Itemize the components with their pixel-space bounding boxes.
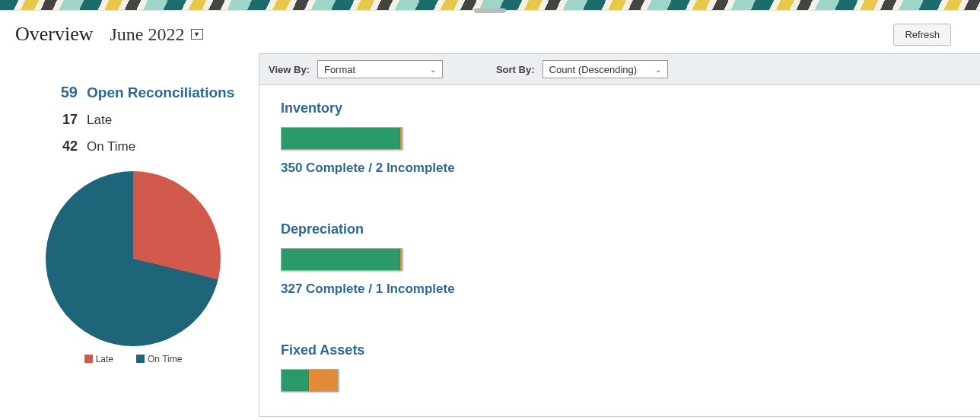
page-header: Overview June 2022 ▼ Refresh bbox=[0, 11, 980, 53]
metric-open-reconciliations[interactable]: 59 Open Reconciliations bbox=[53, 84, 251, 101]
view-by-label: View By: bbox=[269, 64, 310, 75]
metric-count: 17 bbox=[53, 112, 78, 128]
progress-bar-fill bbox=[282, 128, 400, 149]
category-summary: 350 Complete / 2 Incomplete bbox=[281, 161, 959, 176]
category-item[interactable]: Fixed Assets bbox=[281, 342, 959, 392]
category-title: Fixed Assets bbox=[281, 342, 959, 358]
progress-bar bbox=[281, 127, 402, 150]
view-by-select[interactable]: Format ⌄ bbox=[317, 60, 443, 78]
decorative-ribbon bbox=[0, 0, 980, 11]
period-selector[interactable]: June 2022 ▼ bbox=[110, 24, 203, 45]
select-value: Format bbox=[324, 64, 355, 75]
metric-on-time[interactable]: 42 On Time bbox=[53, 138, 251, 154]
progress-bar bbox=[281, 248, 402, 271]
sort-by-label: Sort By: bbox=[496, 64, 535, 75]
category-summary: 327 Complete / 1 Incomplete bbox=[281, 282, 959, 297]
summary-panel: 59 Open Reconciliations 17 Late 42 On Ti… bbox=[0, 53, 259, 417]
period-label: June 2022 bbox=[110, 24, 185, 45]
chevron-down-icon: ▼ bbox=[191, 29, 203, 40]
status-pie-chart bbox=[46, 171, 221, 346]
chevron-down-icon: ⌄ bbox=[430, 65, 436, 74]
metric-count: 59 bbox=[53, 84, 78, 101]
metric-label: On Time bbox=[87, 139, 135, 154]
pie-legend: Late On Time bbox=[15, 354, 251, 364]
category-item[interactable]: Inventory350 Complete / 2 Incomplete bbox=[281, 100, 959, 176]
category-title: Inventory bbox=[281, 100, 959, 116]
detail-panel: View By: Format ⌄ Sort By: Count (Descen… bbox=[259, 53, 980, 417]
category-item[interactable]: Depreciation327 Complete / 1 Incomplete bbox=[281, 221, 959, 297]
progress-bar bbox=[281, 369, 339, 392]
select-value: Count (Descending) bbox=[549, 64, 638, 75]
legend-late: Late bbox=[84, 354, 113, 364]
metric-late[interactable]: 17 Late bbox=[53, 112, 251, 128]
metric-label: Late bbox=[87, 113, 112, 128]
page-title: Overview bbox=[15, 23, 94, 46]
progress-bar-fill bbox=[282, 370, 309, 391]
color-swatch-icon bbox=[84, 355, 93, 363]
chevron-down-icon: ⌄ bbox=[655, 65, 661, 74]
category-title: Depreciation bbox=[281, 221, 959, 237]
refresh-button[interactable]: Refresh bbox=[893, 24, 951, 46]
sort-by-select[interactable]: Count (Descending) ⌄ bbox=[542, 60, 668, 78]
metric-count: 42 bbox=[53, 138, 78, 154]
legend-on-time: On Time bbox=[136, 354, 182, 364]
metric-label: Open Reconciliations bbox=[87, 84, 234, 101]
progress-bar-fill bbox=[282, 249, 400, 270]
filter-bar: View By: Format ⌄ Sort By: Count (Descen… bbox=[259, 54, 980, 85]
color-swatch-icon bbox=[136, 355, 145, 363]
category-list[interactable]: Inventory350 Complete / 2 IncompleteDepr… bbox=[259, 85, 980, 416]
